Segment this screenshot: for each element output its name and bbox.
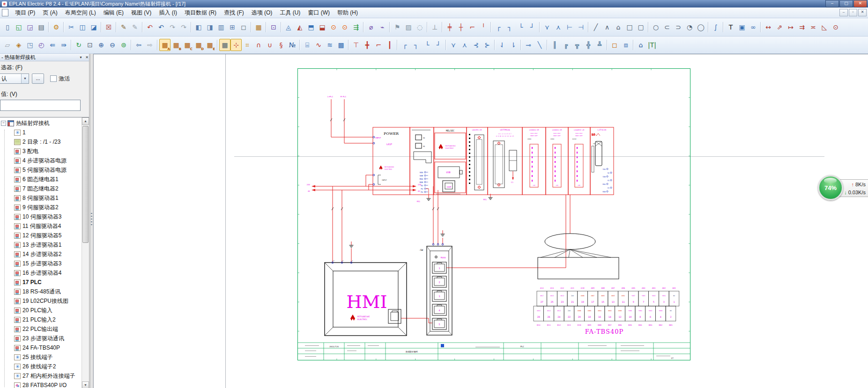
junction-down-icon[interactable]: ⋎ xyxy=(542,21,553,33)
tree-scrollbar[interactable]: ▲ ▼ xyxy=(82,117,89,388)
image-icon[interactable]: ▣ xyxy=(736,21,748,33)
tree-page-3[interactable]: 3 配电 xyxy=(0,146,82,156)
junction-left-icon[interactable]: ⊢ xyxy=(564,21,575,33)
conn-arrow-1-icon[interactable]: ⇃ xyxy=(497,39,508,51)
tree-page-16[interactable]: 16 步进驱动器4 xyxy=(0,268,82,278)
grid-e-icon[interactable]: ▦E xyxy=(204,39,215,51)
numbering-icon[interactable]: № xyxy=(287,39,298,51)
busbar-corner-icon[interactable]: ╔ xyxy=(560,39,571,51)
frame-select-icon[interactable]: ◻ xyxy=(609,39,620,51)
hatch-region-icon[interactable]: ▨ xyxy=(403,21,414,33)
format-brush-2-icon[interactable]: ✎ xyxy=(129,21,141,33)
tree-page-18[interactable]: 18 RS-485通讯 xyxy=(0,287,82,296)
tree-page-4[interactable]: 4 步进驱动器电源 xyxy=(0,156,82,165)
grid-toggle-icon[interactable]: ▦ xyxy=(219,39,230,51)
filter-combo[interactable]: 认 ▼ xyxy=(0,73,29,84)
tree-page-15[interactable]: 15 步进驱动器3 xyxy=(0,259,82,268)
blue-grid-icon[interactable]: ▩ xyxy=(335,39,347,51)
menu-item-4[interactable]: 视图 (V) xyxy=(127,8,155,17)
tree-page-26[interactable]: 26 接线端子2 xyxy=(0,362,82,371)
menu-item-2[interactable]: 布局空间 (L) xyxy=(61,8,100,17)
forward-icon[interactable]: ⇨ xyxy=(144,39,156,51)
tree-page-9[interactable]: 9 伺服驱动器2 xyxy=(0,203,82,212)
hyperlink-icon[interactable]: ∞ xyxy=(748,21,759,33)
tree-page-27[interactable]: 27 柜内柜外连接端子 xyxy=(0,371,82,381)
magnet-2-icon[interactable]: ∪ xyxy=(264,39,275,51)
conn-corner-1-icon[interactable]: ┌ xyxy=(399,39,410,51)
mdi-child-control-1[interactable]: ▫ xyxy=(849,9,857,16)
paste-page-icon[interactable]: ▱ xyxy=(2,39,13,51)
align-base-icon[interactable]: ⊥ xyxy=(429,21,440,33)
dim-continued-icon[interactable]: ↦ xyxy=(785,21,796,33)
panel-collapse-button[interactable]: ▾ xyxy=(78,55,84,60)
grid-b-icon[interactable]: ▦B xyxy=(171,39,182,51)
text-icon[interactable]: T xyxy=(725,21,736,33)
menu-item-10[interactable]: 窗口 (W) xyxy=(304,8,334,17)
cross-node-icon[interactable]: ┼ xyxy=(455,21,467,33)
wire-diagonal-icon[interactable]: ╲ xyxy=(534,39,545,51)
tree-page-28[interactable]: 28 FATBS40P I/O xyxy=(0,381,82,388)
mdi-child-control-2[interactable]: ✕ xyxy=(858,9,867,16)
conn-corner-4-icon[interactable]: ┘ xyxy=(433,39,444,51)
navigator-icon[interactable]: ⊡ xyxy=(268,21,279,33)
structure-text-icon[interactable]: |T| xyxy=(646,39,658,51)
menu-item-1[interactable]: 页 (A) xyxy=(39,8,61,17)
splitter-grip-dots[interactable] xyxy=(91,213,92,225)
tree-page-20[interactable]: 20 PLC输入 xyxy=(0,306,82,315)
table-view-icon[interactable]: ⊞ xyxy=(227,21,238,33)
tree-page-14[interactable]: 14 步进驱动器2 xyxy=(0,249,82,259)
device-selection-c-icon[interactable]: ⬒ xyxy=(305,21,317,33)
tree-page-25[interactable]: 25 接线端子 xyxy=(0,352,82,362)
import-page-icon[interactable]: ⇚ xyxy=(47,39,58,51)
minimize-button[interactable]: – xyxy=(825,0,839,7)
junction-right-icon[interactable]: ⊣ xyxy=(575,21,586,33)
page-macro-icon[interactable]: ◴ xyxy=(36,39,47,51)
tree-page-23[interactable]: 23 步进驱动通讯 xyxy=(0,334,82,343)
connection-point-a-icon[interactable]: ⊙ xyxy=(328,21,339,33)
connection-point-b-icon[interactable]: ⊙ xyxy=(339,21,350,33)
busbar-cross-icon[interactable]: ╬ xyxy=(583,39,594,51)
redo-to-marker-icon[interactable]: ↷ xyxy=(178,21,189,33)
refresh-icon[interactable]: ↻ xyxy=(73,39,84,51)
stub-node-icon[interactable]: ╵ xyxy=(478,21,489,33)
zoom-area-icon[interactable]: ⊡ xyxy=(84,39,96,51)
tree-page-8[interactable]: 8 伺服驱动器1 xyxy=(0,193,82,203)
collapse-icon[interactable]: − xyxy=(1,121,6,126)
free-region-icon[interactable]: ◌ xyxy=(414,21,425,33)
spline-icon[interactable]: ∫ xyxy=(710,21,721,33)
close-button[interactable]: ✕ xyxy=(853,0,867,7)
sector-icon[interactable]: ◔ xyxy=(684,21,695,33)
shopping-cart-icon[interactable]: ⌂ xyxy=(635,39,646,51)
conn-y-1-icon[interactable]: ⋎ xyxy=(448,39,459,51)
polyline-icon[interactable]: ∧ xyxy=(601,21,613,33)
tree-page-6[interactable]: 6 固态继电器1 xyxy=(0,175,82,184)
macro-edit-icon[interactable]: ⌁ xyxy=(377,21,388,33)
snap-grid-icon[interactable]: ⊹ xyxy=(230,39,242,51)
format-brush-icon[interactable]: ✎ xyxy=(118,21,129,33)
distribute-icon[interactable]: ⧈ xyxy=(620,39,631,51)
chevron-down-icon[interactable]: ▼ xyxy=(21,74,29,83)
junction-up-icon[interactable]: ⋏ xyxy=(553,21,564,33)
activate-checkbox[interactable] xyxy=(50,75,57,82)
new-page-2-icon[interactable]: ◈ xyxy=(13,39,24,51)
conn-arrow-2-icon[interactable]: ⇂ xyxy=(508,39,519,51)
properties-grid-icon[interactable]: ⌸ xyxy=(302,39,313,51)
device-selection-b-icon[interactable]: ◭ xyxy=(294,21,305,33)
rectangle-icon[interactable]: □ xyxy=(624,21,635,33)
flag-icon[interactable]: ⚑ xyxy=(392,21,403,33)
dim-leader-icon[interactable]: ≍ xyxy=(808,21,819,33)
zoom-in-icon[interactable]: ⊕ xyxy=(96,39,107,51)
t-node-red-icon[interactable]: ⊤ xyxy=(350,39,362,51)
corner-conn-2-icon[interactable]: ┐ xyxy=(504,21,515,33)
split-window-icon[interactable]: ◧ xyxy=(193,21,204,33)
graphical-editor[interactable]: POWER L61P MELSEC L02CPU-CM LD77MS16 LX4… xyxy=(93,54,868,388)
pages-panel-header[interactable]: - 热辐射焊接机 ▾ ✕ xyxy=(0,54,90,61)
title-bar[interactable]: e EPLAN Electric P8 2.4 - E:\EPLAN\项目\Co… xyxy=(0,0,868,7)
line-icon[interactable]: ╱ xyxy=(590,21,601,33)
export-page-icon[interactable]: ⇛ xyxy=(58,39,69,51)
menu-item-6[interactable]: 项目数据 (R) xyxy=(181,8,220,17)
speed-monitor-widget[interactable]: ↑ 8K/s ↓ 0.03K/s 74% xyxy=(818,175,868,202)
grid-c-icon[interactable]: ▦C xyxy=(182,39,193,51)
signal-trace-icon[interactable]: ∿ xyxy=(313,39,324,51)
corner-conn-1-icon[interactable]: ┌ xyxy=(493,21,504,33)
